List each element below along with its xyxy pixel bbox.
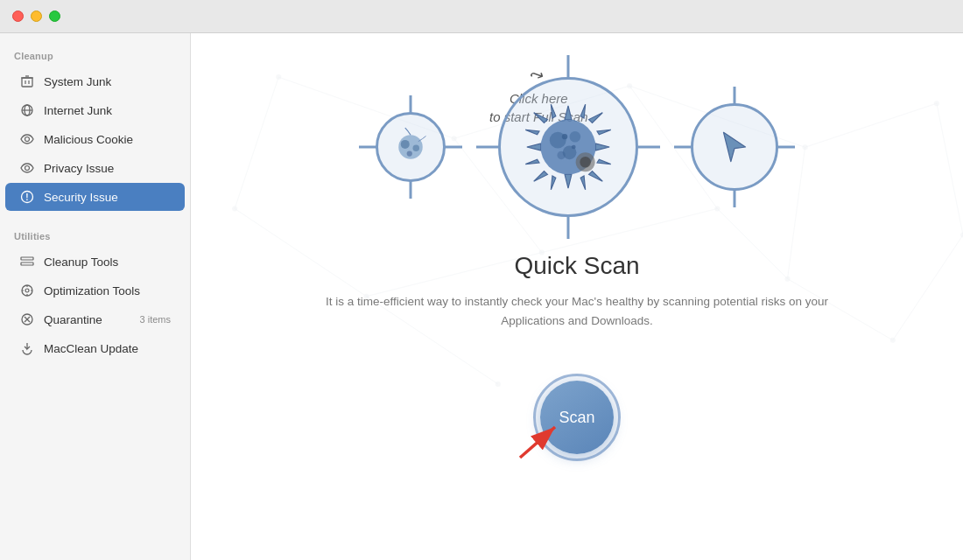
optimization-tools-label: Optimization Tools xyxy=(44,284,140,298)
sidebar-item-system-junk[interactable]: System Junk xyxy=(5,67,185,95)
svg-point-79 xyxy=(562,134,567,139)
optimization-icon xyxy=(19,283,35,298)
svg-marker-68 xyxy=(525,130,539,135)
svg-marker-57 xyxy=(565,174,572,188)
sidebar-item-malicious-cookie[interactable]: Malicious Cookie xyxy=(5,125,185,153)
svg-marker-64 xyxy=(551,104,556,118)
svg-marker-69 xyxy=(597,130,611,135)
eye-icon xyxy=(19,131,35,147)
cleanup-tools-icon xyxy=(19,254,35,270)
svg-rect-0 xyxy=(22,78,32,87)
privacy-eye-icon xyxy=(19,160,35,176)
sidebar-item-cleanup-tools[interactable]: Cleanup Tools xyxy=(5,248,185,276)
sidebar-item-macclean-update[interactable]: MacClean Update xyxy=(5,334,185,362)
sidebar-item-optimization-tools[interactable]: Optimization Tools xyxy=(5,276,185,304)
app-body: Cleanup System Junk xyxy=(0,33,963,560)
sidebar-item-quarantine[interactable]: Quarantine 3 items xyxy=(5,305,185,333)
center-target xyxy=(498,77,638,217)
svg-point-80 xyxy=(572,145,576,150)
close-button[interactable] xyxy=(12,10,24,22)
cleanup-tools-label: Cleanup Tools xyxy=(44,256,118,269)
svg-point-39 xyxy=(276,74,281,80)
svg-point-8 xyxy=(25,137,30,142)
svg-text:!: ! xyxy=(25,192,28,202)
quarantine-icon xyxy=(19,312,35,327)
crosshair-left-large xyxy=(476,146,498,149)
sidebar-item-security-issue[interactable]: ! Security Issue xyxy=(5,183,185,211)
svg-marker-63 xyxy=(589,172,603,182)
crosshair-right-right xyxy=(777,146,795,149)
svg-line-36 xyxy=(235,77,278,208)
quarantine-badge: 3 items xyxy=(140,314,171,325)
sidebar-item-privacy-issue[interactable]: Privacy Issue xyxy=(5,154,185,182)
crosshair-right-large xyxy=(638,146,660,149)
svg-rect-13 xyxy=(21,262,33,265)
svg-point-48 xyxy=(232,206,237,211)
svg-marker-59 xyxy=(595,144,609,150)
privacy-issue-label: Privacy Issue xyxy=(44,162,114,175)
main-title: Quick Scan xyxy=(297,252,857,280)
crosshair-left xyxy=(359,146,376,149)
svg-point-50 xyxy=(890,338,896,343)
svg-marker-58 xyxy=(527,144,541,150)
svg-point-74 xyxy=(570,131,581,143)
globe-icon xyxy=(19,102,35,118)
malicious-cookie-label: Malicious Cookie xyxy=(44,133,133,146)
svg-marker-62 xyxy=(534,172,548,182)
security-issue-label: Security Issue xyxy=(44,191,118,204)
svg-point-54 xyxy=(413,145,420,152)
main-panel: ↩ Click here to start Full Scan xyxy=(191,33,963,560)
utilities-section-label: Utilities xyxy=(0,228,190,247)
cleanup-section-label: Cleanup xyxy=(0,47,190,66)
bacteria-svg xyxy=(389,125,432,169)
svg-marker-60 xyxy=(534,113,548,123)
svg-line-38 xyxy=(893,235,963,340)
security-icon: ! xyxy=(19,189,35,205)
svg-marker-70 xyxy=(525,159,539,164)
svg-line-26 xyxy=(805,103,937,147)
internet-junk-label: Internet Junk xyxy=(44,104,112,117)
svg-point-51 xyxy=(496,382,501,387)
svg-point-53 xyxy=(401,140,410,149)
crosshair-right xyxy=(445,146,462,149)
update-icon xyxy=(19,340,35,356)
svg-point-76 xyxy=(557,151,565,159)
sidebar-item-internet-junk[interactable]: Internet Junk xyxy=(5,96,185,124)
cursor-svg xyxy=(713,125,756,169)
left-target xyxy=(376,112,446,182)
svg-marker-66 xyxy=(551,176,556,190)
svg-marker-61 xyxy=(589,113,603,123)
svg-marker-71 xyxy=(597,159,611,164)
svg-marker-67 xyxy=(580,176,586,190)
red-arrow-svg xyxy=(516,418,568,462)
svg-line-83 xyxy=(520,427,555,458)
crosshair-left-right xyxy=(674,146,692,149)
svg-marker-81 xyxy=(724,132,746,161)
svg-marker-65 xyxy=(580,104,586,118)
minimize-button[interactable] xyxy=(31,10,42,22)
trash-icon xyxy=(19,74,35,89)
virus-svg xyxy=(520,99,616,195)
svg-line-37 xyxy=(937,103,963,234)
scan-arrow-container xyxy=(516,418,568,466)
svg-rect-12 xyxy=(21,257,33,260)
svg-point-42 xyxy=(803,144,808,150)
illustration-area: ↩ Click here to start Full Scan xyxy=(376,77,778,217)
svg-marker-56 xyxy=(565,106,572,120)
content-section: Quick Scan It is a time-efficient way to… xyxy=(297,252,857,330)
right-target xyxy=(691,103,778,191)
maximize-button[interactable] xyxy=(49,10,60,22)
main-description: It is a time-efficient way to instantly … xyxy=(297,292,857,330)
svg-point-9 xyxy=(25,166,30,171)
system-junk-label: System Junk xyxy=(44,75,111,88)
scan-area: Scan xyxy=(533,374,621,461)
titlebar xyxy=(0,0,963,33)
quarantine-label: Quarantine xyxy=(44,313,102,326)
svg-point-43 xyxy=(934,101,939,106)
macclean-update-label: MacClean Update xyxy=(44,342,138,355)
sidebar: Cleanup System Junk xyxy=(0,33,191,560)
svg-point-55 xyxy=(407,150,412,156)
svg-point-15 xyxy=(25,289,29,292)
svg-point-78 xyxy=(580,157,591,168)
